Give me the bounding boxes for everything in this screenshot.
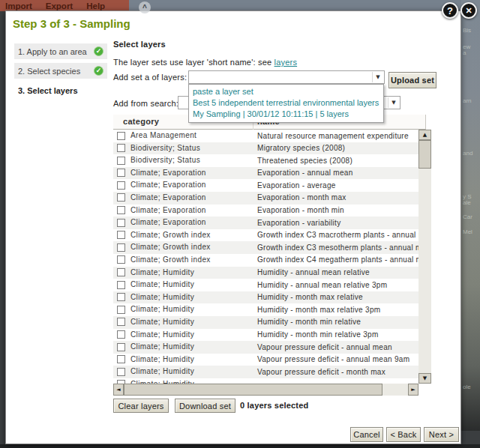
dropdown-option-1[interactable]: paste a layer set [189,86,383,97]
table-row[interactable]: Climate; HumidityHumidity - annual mean … [113,279,418,291]
dropdown-option-2[interactable]: Best 5 independent terrestrial environme… [189,97,383,109]
cancel-button[interactable]: Cancel [350,427,383,442]
close-icon[interactable]: ✕ [460,2,477,19]
sampling-wizard-dialog: Step 3 of 3 - Sampling 1. Apply to an ar… [5,10,461,444]
background-map-right: Bisewaarnandy SaleCarMelole [461,0,480,431]
cell-name: Humidity - annual mean relative [257,268,370,276]
table-row[interactable]: Climate; HumidityHumidity - month min re… [113,329,418,342]
scroll-right-icon[interactable]: ► [408,384,418,396]
table-row[interactable]: Climate; EvaporationEvaporation - month … [113,192,418,205]
chevron-down-icon[interactable]: ▼ [372,72,383,82]
cell-name: Humidity - month min relative [257,318,361,326]
table-row[interactable]: Climate; HumidityVapour pressure deficit… [113,366,418,378]
cell-category: Climate; Evaporation [130,169,206,177]
section-heading: Select layers [113,40,166,49]
collapse-icon: ^ [139,1,151,13]
clear-layers-button[interactable]: Clear layers [113,399,169,413]
vertical-scroll-thumb[interactable] [418,140,431,169]
scroll-down-icon[interactable]: ▼ [418,373,431,384]
table-row[interactable]: Climate; EvaporationEvaporation - month … [113,205,418,217]
row-checkbox[interactable] [117,132,125,140]
cell-category: Climate; Humidity [130,342,194,351]
next-button[interactable]: Next > [424,427,459,442]
menu-item-help: Help [86,1,105,10]
table-body: Area ManagementNatural resource manageme… [113,130,418,384]
table-row[interactable]: Climate; Growth indexGrowth index C3 mac… [113,229,418,242]
cell-category: Climate; Humidity [130,268,194,276]
cell-category: Climate; Evaporation [130,218,206,226]
row-checkbox[interactable] [117,293,125,301]
horizontal-scrollbar[interactable]: ◄ ► [113,384,418,396]
scroll-left-icon[interactable]: ◄ [113,384,124,396]
cell-category: Climate; Growth index [130,243,211,251]
table-row[interactable]: Climate; HumidityVapour pressure deficit… [113,341,418,354]
table-row[interactable]: Climate; EvaporationEvaporation - variab… [113,217,418,229]
row-checkbox[interactable] [117,355,125,363]
table-row[interactable]: Climate; HumidityHumidity - month min re… [113,316,418,329]
row-checkbox[interactable] [117,181,125,190]
download-set-button[interactable]: Download set [175,399,236,413]
back-button[interactable]: < Back [386,427,421,442]
layers-link[interactable]: layers [274,58,298,67]
table-row[interactable]: Biodiversity; StatusThreatened species (… [113,154,418,167]
map-label-fragment: arn [463,97,472,104]
layer-sets-note: The layer sets use layer 'short name': s… [113,58,297,67]
table-row[interactable]: Climate; EvaporationEvaporation - averag… [113,179,418,192]
cell-category: Climate; Growth index [130,255,211,264]
table-row[interactable]: Climate; EvaporationEvaporation - annual… [113,167,418,180]
table-row[interactable]: Climate; Humidity [113,378,418,384]
check-icon: ✓ [94,46,104,56]
row-checkbox[interactable] [117,306,125,314]
cell-category: Climate; Humidity [130,318,194,326]
table-row[interactable]: Biodiversity; StatusMigratory species (2… [113,142,418,155]
row-checkbox[interactable] [117,268,125,276]
row-checkbox[interactable] [117,243,125,252]
cell-category: Biodiversity; Status [130,156,200,164]
row-checkbox[interactable] [117,206,125,214]
add-from-search-label: Add from search: [113,99,178,108]
cell-name: Growth index C4 megatherm plants - annua… [257,255,418,264]
row-checkbox[interactable] [117,255,125,264]
table-row[interactable]: Climate; Growth indexGrowth index C3 mes… [113,241,418,254]
row-checkbox[interactable] [117,144,125,152]
wizard-step-3[interactable]: 3. Select layers [14,82,107,98]
row-checkbox[interactable] [117,193,125,202]
table-row[interactable]: Climate; HumidityHumidity - month max re… [113,303,418,316]
help-icon[interactable]: ? [442,2,458,19]
row-checkbox[interactable] [117,318,125,326]
table-row[interactable]: Climate; Growth indexGrowth index C4 meg… [113,254,418,267]
row-checkbox[interactable] [117,219,125,227]
chevron-down-icon[interactable]: ▼ [388,97,399,108]
upload-set-button[interactable]: Upload set [388,72,436,88]
cell-category: Climate; Humidity [130,305,194,313]
cell-name: Humidity - month max relative 3pm [257,306,380,314]
row-checkbox[interactable] [117,368,125,376]
row-checkbox[interactable] [117,330,125,339]
screen: ImportExportHelp ^ Bisewaarnandy SaleCar… [0,0,480,448]
cell-name: Humidity - annual mean relative 3pm [257,281,387,289]
horizontal-scroll-thumb[interactable] [124,384,382,396]
cell-category: Climate; Humidity [130,367,194,375]
background-map [129,0,480,11]
vertical-scrollbar[interactable]: ▲ ▼ [418,130,431,384]
cell-name: Evaporation - annual mean [257,169,353,177]
dropdown-option-3[interactable]: My Sampling | 30/01/12 10:11:15 | 5 laye… [189,109,383,120]
cell-name: Vapour pressure deficit - annual mean [257,343,392,351]
row-checkbox[interactable] [117,169,125,177]
row-checkbox[interactable] [117,231,125,239]
check-icon: ✓ [94,66,104,76]
row-checkbox[interactable] [117,281,125,289]
row-checkbox[interactable] [117,157,125,165]
wizard-step-1[interactable]: 1. Apply to an area✓ [14,43,107,59]
row-checkbox[interactable] [117,343,125,351]
table-row[interactable]: Climate; HumidityHumidity - month max re… [113,291,418,304]
scroll-up-icon[interactable]: ▲ [418,130,431,140]
table-row[interactable]: Climate; HumidityHumidity - annual mean … [113,267,418,279]
layer-set-select[interactable]: ▼ [188,70,385,84]
table-row[interactable]: Area ManagementNatural resource manageme… [113,130,418,142]
background-bottom-bar [0,444,480,448]
map-label-fragment: ole [463,384,471,390]
table-row[interactable]: Climate; HumidityVapour pressure deficit… [113,354,418,366]
menu-item-export: Export [46,1,73,10]
wizard-step-2[interactable]: 2. Select species✓ [14,63,107,79]
